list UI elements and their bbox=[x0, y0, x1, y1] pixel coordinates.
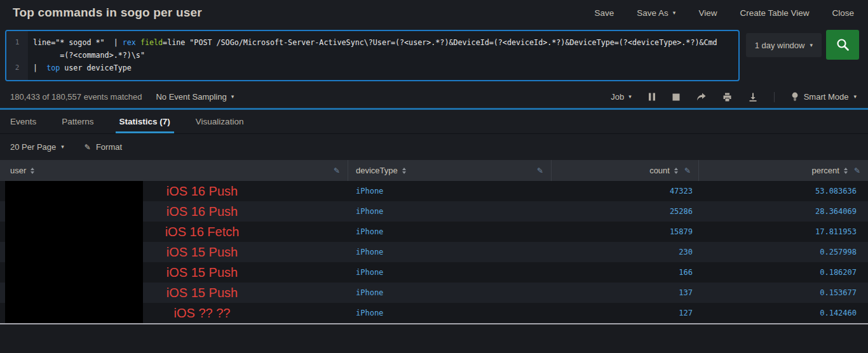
edit-column-icon[interactable]: ✎ bbox=[334, 166, 340, 175]
results-tabs: Events Patterns Statistics (7) Visualiza… bbox=[0, 110, 868, 134]
chevron-down-icon: ▾ bbox=[628, 94, 632, 100]
time-range-label: 1 day window bbox=[755, 41, 805, 50]
edit-column-icon[interactable]: ✎ bbox=[537, 166, 543, 175]
chevron-down-icon: ▾ bbox=[810, 43, 813, 48]
cell-percent[interactable]: 53.083636 bbox=[699, 187, 868, 196]
top-bar: Top commands in sogo per user Save Save … bbox=[0, 0, 868, 25]
cell-percent[interactable]: 28.364069 bbox=[699, 207, 868, 216]
cell-percent[interactable]: 0.153677 bbox=[699, 288, 868, 297]
annotation-text: iOS 15 Push bbox=[166, 265, 238, 280]
edit-column-icon[interactable]: ✎ bbox=[854, 166, 860, 175]
save-button[interactable]: Save bbox=[595, 8, 614, 18]
per-page-dropdown[interactable]: 20 Per Page ▾ bbox=[10, 142, 64, 152]
cell-deviceType[interactable]: iPhone bbox=[348, 248, 552, 256]
query-keyword-top: top bbox=[46, 63, 60, 72]
sort-icon[interactable] bbox=[674, 168, 678, 174]
save-as-button[interactable]: Save As ▾ bbox=[637, 8, 675, 18]
sort-icon[interactable] bbox=[402, 168, 406, 174]
column-label: user bbox=[10, 166, 26, 175]
cell-count[interactable]: 127 bbox=[552, 309, 699, 317]
column-label: percent bbox=[812, 166, 839, 175]
search-button[interactable] bbox=[826, 30, 859, 60]
cell-count[interactable]: 137 bbox=[552, 288, 699, 297]
cell-deviceType[interactable]: iPhone bbox=[348, 187, 552, 196]
events-matched-text: 180,433 of 180,557 events matched bbox=[10, 92, 142, 102]
cell-percent[interactable]: 0.257998 bbox=[699, 248, 868, 256]
column-header-user[interactable]: user ✎ bbox=[0, 160, 348, 181]
download-icon bbox=[749, 93, 757, 102]
tab-patterns[interactable]: Patterns bbox=[62, 110, 93, 133]
job-label: Job bbox=[611, 92, 624, 102]
divider bbox=[774, 92, 775, 102]
sort-icon[interactable] bbox=[844, 168, 848, 174]
share-button[interactable] bbox=[696, 93, 706, 101]
pause-icon bbox=[648, 93, 656, 101]
search-query-text: line="* sogod *" | rex field=line "POST … bbox=[28, 31, 738, 80]
column-header-count[interactable]: count ✎ bbox=[552, 160, 699, 181]
cell-percent[interactable]: 0.142460 bbox=[699, 309, 868, 317]
event-sampling-dropdown[interactable]: No Event Sampling ▾ bbox=[156, 92, 234, 102]
cell-deviceType[interactable]: iPhone bbox=[348, 268, 552, 277]
format-label: Format bbox=[96, 142, 122, 152]
cell-percent[interactable]: 0.186207 bbox=[699, 268, 868, 277]
column-label: count bbox=[649, 166, 670, 175]
stop-icon bbox=[672, 93, 680, 101]
cell-count[interactable]: 47323 bbox=[552, 187, 699, 196]
cell-percent[interactable]: 17.811953 bbox=[699, 227, 868, 236]
edit-column-icon[interactable]: ✎ bbox=[684, 166, 691, 175]
annotation-text: iOS ?? ?? bbox=[174, 306, 231, 321]
redaction-overlay bbox=[5, 181, 143, 323]
cell-deviceType[interactable]: iPhone bbox=[348, 288, 552, 297]
format-button[interactable]: ✎ Format bbox=[85, 142, 122, 152]
lightbulb-icon bbox=[791, 92, 799, 102]
pause-button[interactable] bbox=[648, 93, 656, 101]
print-button[interactable] bbox=[722, 93, 732, 102]
cell-count[interactable]: 15879 bbox=[552, 227, 699, 236]
cell-count[interactable]: 166 bbox=[552, 268, 699, 277]
tab-events[interactable]: Events bbox=[10, 110, 36, 133]
column-header-percent[interactable]: percent ✎ bbox=[699, 160, 868, 181]
job-menu[interactable]: Job ▾ bbox=[611, 92, 632, 102]
pencil-icon: ✎ bbox=[85, 143, 91, 152]
query-text: | bbox=[33, 63, 46, 72]
query-text: =line "POST /SOGo/Microsoft-Server-Activ… bbox=[163, 38, 717, 47]
tab-visualization[interactable]: Visualization bbox=[196, 110, 244, 133]
cell-deviceType[interactable]: iPhone bbox=[348, 227, 552, 236]
search-query-input[interactable]: 1 2 line="* sogod *" | rex field=line "P… bbox=[5, 30, 740, 81]
query-text-wrapped: =(?<command>.*?)\s" bbox=[33, 51, 145, 60]
query-text bbox=[136, 38, 140, 47]
close-button[interactable]: Close bbox=[832, 8, 854, 18]
cell-count[interactable]: 25286 bbox=[552, 207, 699, 216]
annotation-text: iOS 16 Push bbox=[166, 184, 238, 199]
query-keyword-rex: rex bbox=[123, 38, 136, 47]
column-label: deviceType bbox=[356, 166, 398, 175]
create-table-view-button[interactable]: Create Table View bbox=[740, 8, 809, 18]
job-controls: Job ▾ Smart Mode ▾ bbox=[611, 92, 857, 102]
stop-button[interactable] bbox=[672, 93, 680, 101]
view-button[interactable]: View bbox=[698, 8, 717, 18]
line-number: 1 bbox=[6, 36, 28, 62]
annotation-text: iOS 15 Push bbox=[166, 286, 238, 300]
search-bar: 1 2 line="* sogod *" | rex field=line "P… bbox=[0, 25, 868, 86]
event-sampling-label: No Event Sampling bbox=[156, 92, 226, 102]
tab-statistics[interactable]: Statistics (7) bbox=[119, 110, 170, 133]
search-mode-selector[interactable]: Smart Mode ▾ bbox=[791, 92, 857, 102]
export-button[interactable] bbox=[749, 93, 757, 102]
annotation-text: iOS 16 Push bbox=[166, 204, 238, 219]
chevron-down-icon: ▾ bbox=[673, 10, 676, 16]
line-number: 2 bbox=[6, 62, 28, 74]
smart-mode-label: Smart Mode bbox=[804, 92, 849, 102]
time-range-picker[interactable]: 1 day window ▾ bbox=[746, 33, 822, 57]
share-icon bbox=[696, 93, 706, 101]
chevron-down-icon: ▾ bbox=[61, 144, 64, 150]
annotation-text: iOS 16 Fetch bbox=[165, 225, 240, 239]
chevron-down-icon: ▾ bbox=[231, 94, 234, 100]
magnifier-icon bbox=[836, 38, 850, 51]
sort-icon[interactable] bbox=[31, 168, 34, 174]
header-actions: Save Save As ▾ View Create Table View Cl… bbox=[595, 8, 854, 18]
column-header-deviceType[interactable]: deviceType ✎ bbox=[348, 160, 552, 181]
cell-count[interactable]: 230 bbox=[552, 248, 699, 256]
cell-deviceType[interactable]: iPhone bbox=[348, 207, 552, 216]
cell-deviceType[interactable]: iPhone bbox=[348, 309, 552, 317]
table-body: iOS 16 Push iPhone 47323 53.083636 iOS 1… bbox=[0, 181, 868, 323]
